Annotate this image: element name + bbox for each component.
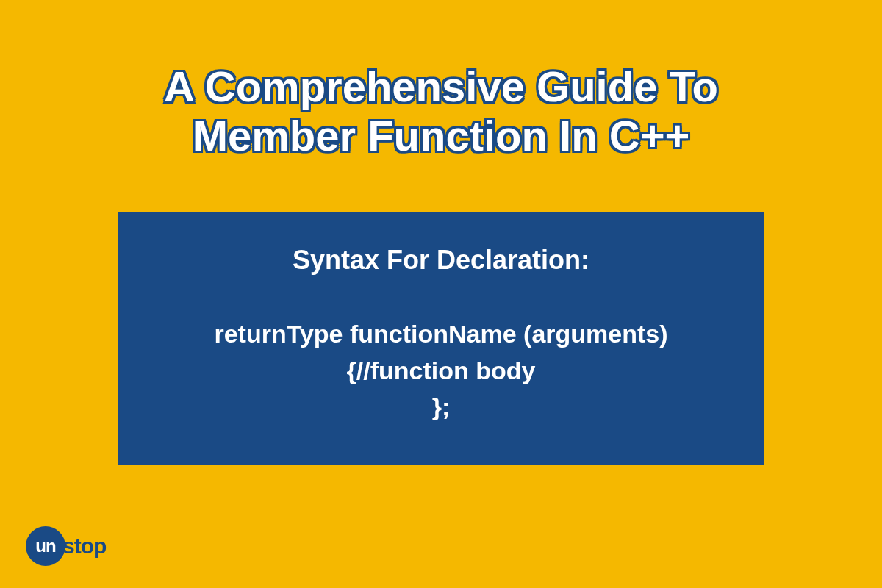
syntax-heading: Syntax For Declaration:: [140, 245, 742, 276]
logo-text-stop: stop: [62, 534, 106, 559]
title-line-2: Member Function In C++: [44, 112, 838, 161]
logo-circle-icon: un: [26, 526, 65, 566]
logo-text-un: un: [35, 536, 55, 556]
unstop-logo: un stop: [26, 526, 106, 566]
title-line-1: A Comprehensive Guide To: [44, 62, 838, 112]
page-title: A Comprehensive Guide To Member Function…: [0, 0, 882, 160]
syntax-body-close: };: [140, 389, 742, 425]
syntax-signature: returnType functionName (arguments): [140, 316, 742, 352]
syntax-body-open: {//function body: [140, 353, 742, 389]
syntax-declaration-box: Syntax For Declaration: returnType funct…: [118, 212, 764, 465]
